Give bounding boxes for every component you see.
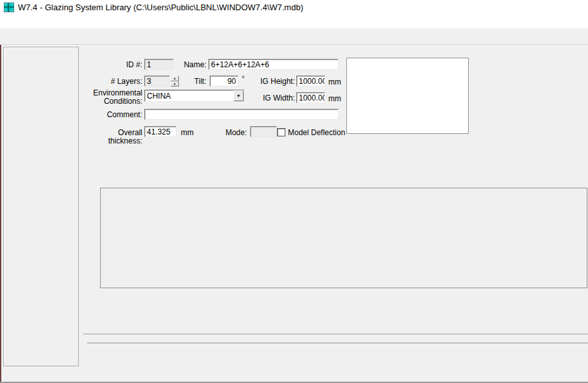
- tilt-unit: °: [242, 74, 244, 82]
- name-field[interactable]: 6+12A+6+12A+6: [208, 59, 339, 70]
- tilt-label: Tilt:: [188, 77, 206, 86]
- menu-bar: [0, 14, 588, 29]
- app-icon: [4, 3, 14, 12]
- tilt-field[interactable]: 90: [210, 76, 239, 86]
- name-label: Name:: [180, 61, 206, 69]
- environmental-conditions-dropdown[interactable]: CHINA ▼: [144, 90, 244, 102]
- ig-height-unit: mm: [328, 77, 341, 86]
- id-label: ID #:: [103, 61, 142, 69]
- comment-label: Comment:: [96, 111, 142, 119]
- id-field[interactable]: 1: [144, 59, 174, 70]
- glazing-preview: [346, 58, 469, 134]
- window-title: W7.4 - Glazing System Library (C:\Users\…: [18, 3, 303, 12]
- dropdown-arrow-button[interactable]: ▼: [233, 90, 244, 101]
- layers-field[interactable]: 3: [144, 76, 170, 86]
- overall-thickness-label: Overall thickness:: [85, 129, 142, 145]
- environmental-conditions-value: CHINA: [145, 92, 233, 101]
- overall-thickness-field[interactable]: 41.325: [144, 126, 176, 137]
- layers-spinner: ▲ ▼: [171, 76, 179, 86]
- spinner-up-button[interactable]: ▲: [171, 76, 179, 81]
- ig-height-label: IG Height:: [254, 77, 295, 86]
- ig-height-field[interactable]: 1000.00: [296, 76, 325, 86]
- sidebar-panel: [3, 47, 79, 366]
- ig-width-label: IG Width:: [254, 94, 295, 102]
- mode-label: Mode:: [223, 129, 247, 137]
- comment-field[interactable]: [144, 109, 339, 120]
- layers-table: [100, 188, 587, 288]
- overall-thickness-unit: mm: [181, 128, 194, 137]
- title-bar: W7.4 - Glazing System Library (C:\Users\…: [0, 0, 588, 14]
- model-deflection-checkbox[interactable]: [277, 128, 285, 136]
- ig-width-field[interactable]: 1000.00: [296, 92, 325, 103]
- toolbar: [0, 28, 588, 45]
- ig-width-unit: mm: [328, 94, 341, 103]
- window-left-edge: [0, 45, 1, 383]
- model-deflection-label: Model Deflection: [288, 128, 345, 137]
- spinner-down-button[interactable]: ▼: [171, 81, 179, 87]
- layers-label: # Layers:: [96, 77, 142, 86]
- center-of-glass-results-table: [87, 343, 588, 379]
- tab-baseline: [83, 334, 588, 334]
- environmental-conditions-label: Environmental Conditions:: [83, 89, 142, 106]
- mode-field[interactable]: [250, 126, 277, 137]
